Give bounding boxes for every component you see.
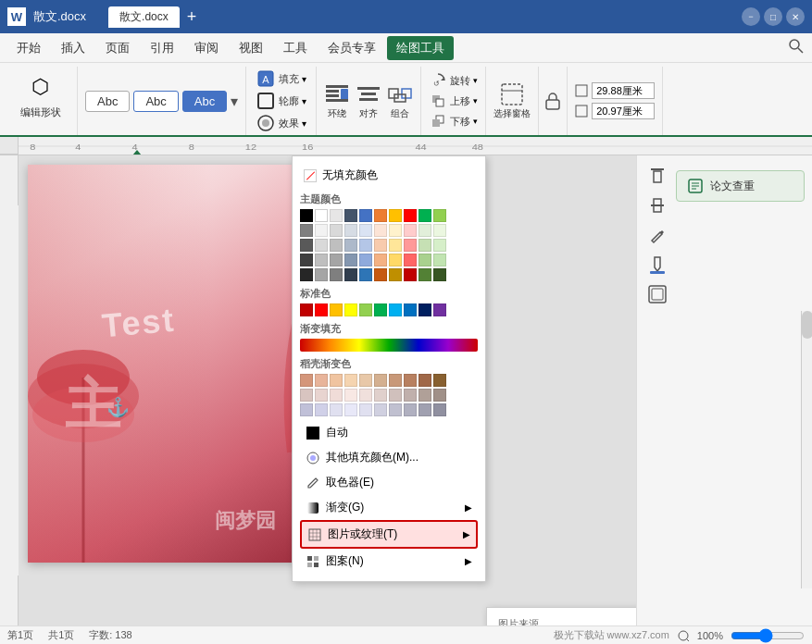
effect-btn[interactable]: 效果 ▾: [256, 113, 306, 133]
color-cell[interactable]: [418, 254, 431, 266]
pastel-cell[interactable]: [404, 389, 417, 402]
color-cell[interactable]: [404, 239, 417, 252]
fill-btn[interactable]: A 填充 ▾: [256, 68, 306, 89]
menu-review[interactable]: 审阅: [185, 36, 228, 60]
color-cell[interactable]: [418, 209, 431, 222]
color-cell[interactable]: [374, 209, 387, 222]
pastel-cell[interactable]: [389, 374, 402, 387]
auto-color-option[interactable]: 自动: [300, 420, 478, 445]
search-icon[interactable]: [788, 38, 805, 57]
pastel-cell[interactable]: [389, 389, 402, 402]
color-cell[interactable]: [315, 254, 328, 266]
outline-dropdown[interactable]: ▾: [302, 96, 306, 106]
gradient-option[interactable]: 渐变(G) ▶: [300, 495, 478, 520]
color-cell[interactable]: [374, 268, 387, 281]
more-fill-option[interactable]: 其他填充颜色(M)...: [300, 445, 478, 470]
color-cell[interactable]: [330, 268, 343, 281]
color-cell[interactable]: [359, 239, 372, 252]
color-cell[interactable]: [344, 224, 357, 237]
pastel-cell[interactable]: [359, 389, 372, 402]
pastel-cell[interactable]: [433, 403, 446, 416]
fill-icon[interactable]: [644, 252, 670, 278]
color-cell[interactable]: [359, 268, 372, 281]
align-btn[interactable]: 对齐: [356, 81, 381, 120]
color-cell[interactable]: [300, 268, 313, 281]
pastel-cell[interactable]: [315, 403, 328, 416]
wrap-btn[interactable]: 环绕: [324, 81, 350, 120]
height-input[interactable]: 20.97厘米: [592, 103, 655, 119]
color-cell[interactable]: [330, 254, 343, 266]
pastel-cell[interactable]: [359, 403, 372, 416]
color-cell[interactable]: [330, 209, 343, 222]
pastel-cell[interactable]: [359, 374, 372, 387]
std-color-1[interactable]: [300, 303, 313, 316]
color-cell[interactable]: [344, 239, 357, 252]
color-cell[interactable]: [433, 239, 446, 252]
color-cell[interactable]: [300, 239, 313, 252]
color-cell[interactable]: [418, 224, 431, 237]
menu-start[interactable]: 开始: [7, 36, 50, 60]
pastel-cell[interactable]: [315, 374, 328, 387]
pastel-cell[interactable]: [418, 374, 431, 387]
align-middle-icon[interactable]: [644, 192, 670, 218]
color-cell[interactable]: [300, 209, 313, 222]
std-color-7[interactable]: [389, 303, 402, 316]
color-cell[interactable]: [418, 268, 431, 281]
minimize-btn[interactable]: －: [742, 7, 760, 26]
color-cell[interactable]: [374, 224, 387, 237]
menu-vip[interactable]: 会员专享: [319, 36, 385, 60]
color-cell[interactable]: [374, 239, 387, 252]
std-color-8[interactable]: [404, 303, 417, 316]
std-color-5[interactable]: [359, 303, 372, 316]
color-cell[interactable]: [359, 224, 372, 237]
color-cell[interactable]: [433, 268, 446, 281]
text-style-dropdown[interactable]: ▾: [231, 93, 238, 110]
color-cell[interactable]: [404, 224, 417, 237]
std-color-2[interactable]: [315, 303, 328, 316]
add-tab-btn[interactable]: +: [187, 7, 197, 27]
color-cell[interactable]: [389, 209, 402, 222]
std-color-6[interactable]: [374, 303, 387, 316]
text-style-btn-2[interactable]: Abc: [133, 91, 178, 112]
texture-option[interactable]: 图片或纹理(T) ▶: [300, 520, 478, 549]
color-cell[interactable]: [315, 224, 328, 237]
frame-icon[interactable]: [644, 281, 670, 307]
color-cell[interactable]: [359, 254, 372, 266]
pen-icon[interactable]: [644, 222, 670, 248]
down-btn[interactable]: 下移 ▾: [429, 112, 478, 130]
pastel-cell[interactable]: [344, 374, 357, 387]
pastel-cell[interactable]: [300, 389, 313, 402]
color-cell[interactable]: [315, 268, 328, 281]
menu-tools[interactable]: 工具: [274, 36, 317, 60]
menu-drawing-tools[interactable]: 绘图工具: [387, 36, 454, 60]
doc-tab[interactable]: 散文.docx: [108, 6, 180, 28]
pastel-cell[interactable]: [374, 389, 387, 402]
pastel-cell[interactable]: [315, 389, 328, 402]
select-window-btn[interactable]: 选择窗格: [493, 81, 531, 120]
color-cell[interactable]: [404, 209, 417, 222]
pastel-cell[interactable]: [330, 403, 343, 416]
width-input[interactable]: 29.88厘米: [592, 82, 655, 99]
std-color-9[interactable]: [418, 303, 431, 316]
maximize-btn[interactable]: □: [764, 7, 782, 26]
ruler-marker[interactable]: [130, 137, 144, 155]
up-btn[interactable]: 上移 ▾: [429, 92, 478, 110]
pastel-cell[interactable]: [330, 374, 343, 387]
paper-review-btn[interactable]: 论文查重: [676, 170, 805, 202]
pastel-cell[interactable]: [374, 403, 387, 416]
color-cell[interactable]: [433, 254, 446, 266]
pastel-cell[interactable]: [330, 389, 343, 402]
color-cell[interactable]: [344, 268, 357, 281]
color-cell[interactable]: [300, 254, 313, 266]
color-cell[interactable]: [344, 209, 357, 222]
scrollbar-v[interactable]: [801, 311, 812, 588]
color-cell[interactable]: [374, 254, 387, 266]
text-style-btn-1[interactable]: Abc: [85, 91, 130, 112]
color-cell[interactable]: [330, 224, 343, 237]
pastel-cell[interactable]: [418, 389, 431, 402]
menu-page[interactable]: 页面: [96, 36, 139, 60]
pastel-cell[interactable]: [404, 403, 417, 416]
pastel-cell[interactable]: [300, 403, 313, 416]
color-cell[interactable]: [389, 224, 402, 237]
color-cell[interactable]: [300, 224, 313, 237]
